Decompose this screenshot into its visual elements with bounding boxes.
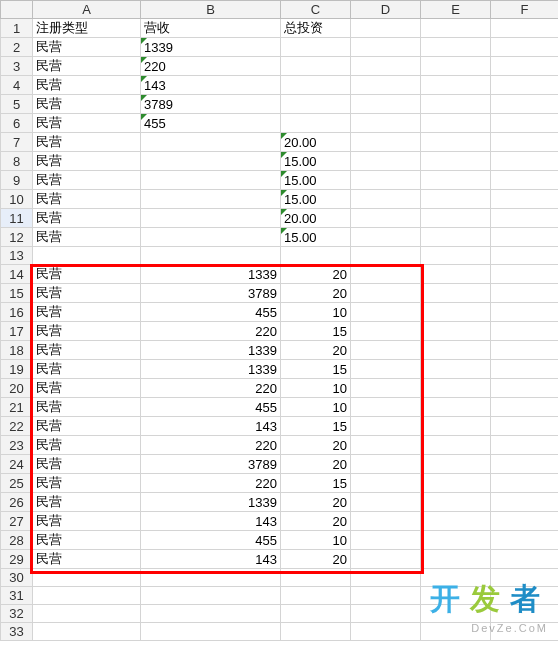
- row-header[interactable]: 19: [1, 360, 33, 379]
- row-header[interactable]: 21: [1, 398, 33, 417]
- cell-A27[interactable]: 民营: [33, 512, 141, 531]
- cell-E5[interactable]: [421, 95, 491, 114]
- cell-B3[interactable]: 220: [141, 57, 281, 76]
- cell-A1[interactable]: 注册类型: [33, 19, 141, 38]
- cell-E12[interactable]: [421, 228, 491, 247]
- cell-F5[interactable]: [491, 95, 559, 114]
- row-header[interactable]: 10: [1, 190, 33, 209]
- cell-F15[interactable]: [491, 284, 559, 303]
- cell-B9[interactable]: [141, 171, 281, 190]
- cell-F31[interactable]: [491, 587, 559, 605]
- cell-B10[interactable]: [141, 190, 281, 209]
- cell-D10[interactable]: [351, 190, 421, 209]
- cell-C28[interactable]: 10: [281, 531, 351, 550]
- cell-A30[interactable]: [33, 569, 141, 587]
- cell-D13[interactable]: [351, 247, 421, 265]
- cell-A6[interactable]: 民营: [33, 114, 141, 133]
- row-header[interactable]: 7: [1, 133, 33, 152]
- cell-A18[interactable]: 民营: [33, 341, 141, 360]
- cell-E9[interactable]: [421, 171, 491, 190]
- col-header-B[interactable]: B: [141, 1, 281, 19]
- cell-B2[interactable]: 1339: [141, 38, 281, 57]
- cell-E10[interactable]: [421, 190, 491, 209]
- cell-F28[interactable]: [491, 531, 559, 550]
- cell-C2[interactable]: [281, 38, 351, 57]
- cell-C4[interactable]: [281, 76, 351, 95]
- cell-B24[interactable]: 3789: [141, 455, 281, 474]
- cell-D7[interactable]: [351, 133, 421, 152]
- cell-D4[interactable]: [351, 76, 421, 95]
- cell-E14[interactable]: [421, 265, 491, 284]
- cell-F27[interactable]: [491, 512, 559, 531]
- cell-A15[interactable]: 民营: [33, 284, 141, 303]
- cell-B14[interactable]: 1339: [141, 265, 281, 284]
- cell-A33[interactable]: [33, 623, 141, 641]
- cell-C23[interactable]: 20: [281, 436, 351, 455]
- cell-E4[interactable]: [421, 76, 491, 95]
- cell-D25[interactable]: [351, 474, 421, 493]
- cell-B31[interactable]: [141, 587, 281, 605]
- cell-E8[interactable]: [421, 152, 491, 171]
- cell-E6[interactable]: [421, 114, 491, 133]
- row-header[interactable]: 8: [1, 152, 33, 171]
- row-header[interactable]: 6: [1, 114, 33, 133]
- cell-C29[interactable]: 20: [281, 550, 351, 569]
- cell-F19[interactable]: [491, 360, 559, 379]
- cell-E31[interactable]: [421, 587, 491, 605]
- cell-A11[interactable]: 民营: [33, 209, 141, 228]
- row-header[interactable]: 18: [1, 341, 33, 360]
- cell-B13[interactable]: [141, 247, 281, 265]
- col-header-C[interactable]: C: [281, 1, 351, 19]
- cell-A21[interactable]: 民营: [33, 398, 141, 417]
- cell-B22[interactable]: 143: [141, 417, 281, 436]
- cell-D9[interactable]: [351, 171, 421, 190]
- cell-A29[interactable]: 民营: [33, 550, 141, 569]
- cell-F30[interactable]: [491, 569, 559, 587]
- cell-E30[interactable]: [421, 569, 491, 587]
- cell-A32[interactable]: [33, 605, 141, 623]
- cell-A12[interactable]: 民营: [33, 228, 141, 247]
- cell-B7[interactable]: [141, 133, 281, 152]
- cell-A4[interactable]: 民营: [33, 76, 141, 95]
- cell-F22[interactable]: [491, 417, 559, 436]
- cell-A24[interactable]: 民营: [33, 455, 141, 474]
- cell-A31[interactable]: [33, 587, 141, 605]
- cell-A16[interactable]: 民营: [33, 303, 141, 322]
- row-header[interactable]: 33: [1, 623, 33, 641]
- cell-E20[interactable]: [421, 379, 491, 398]
- cell-C31[interactable]: [281, 587, 351, 605]
- row-header[interactable]: 28: [1, 531, 33, 550]
- cell-D23[interactable]: [351, 436, 421, 455]
- cell-F17[interactable]: [491, 322, 559, 341]
- cell-B11[interactable]: [141, 209, 281, 228]
- row-header[interactable]: 32: [1, 605, 33, 623]
- cell-C11[interactable]: 20.00: [281, 209, 351, 228]
- cell-D22[interactable]: [351, 417, 421, 436]
- cell-A28[interactable]: 民营: [33, 531, 141, 550]
- cell-E26[interactable]: [421, 493, 491, 512]
- cell-E32[interactable]: [421, 605, 491, 623]
- cell-B33[interactable]: [141, 623, 281, 641]
- spreadsheet-grid[interactable]: A B C D E F 1注册类型营收总投资2民营13393民营2204民营14…: [0, 0, 558, 641]
- cell-A8[interactable]: 民营: [33, 152, 141, 171]
- cell-C25[interactable]: 15: [281, 474, 351, 493]
- cell-E11[interactable]: [421, 209, 491, 228]
- cell-E33[interactable]: [421, 623, 491, 641]
- cell-D3[interactable]: [351, 57, 421, 76]
- cell-B15[interactable]: 3789: [141, 284, 281, 303]
- cell-E21[interactable]: [421, 398, 491, 417]
- row-header[interactable]: 23: [1, 436, 33, 455]
- row-header[interactable]: 1: [1, 19, 33, 38]
- row-header[interactable]: 17: [1, 322, 33, 341]
- cell-E1[interactable]: [421, 19, 491, 38]
- row-header[interactable]: 2: [1, 38, 33, 57]
- row-header[interactable]: 14: [1, 265, 33, 284]
- cell-C8[interactable]: 15.00: [281, 152, 351, 171]
- cell-E29[interactable]: [421, 550, 491, 569]
- cell-A7[interactable]: 民营: [33, 133, 141, 152]
- cell-C10[interactable]: 15.00: [281, 190, 351, 209]
- cell-B25[interactable]: 220: [141, 474, 281, 493]
- cell-B30[interactable]: [141, 569, 281, 587]
- cell-A14[interactable]: 民营: [33, 265, 141, 284]
- cell-D30[interactable]: [351, 569, 421, 587]
